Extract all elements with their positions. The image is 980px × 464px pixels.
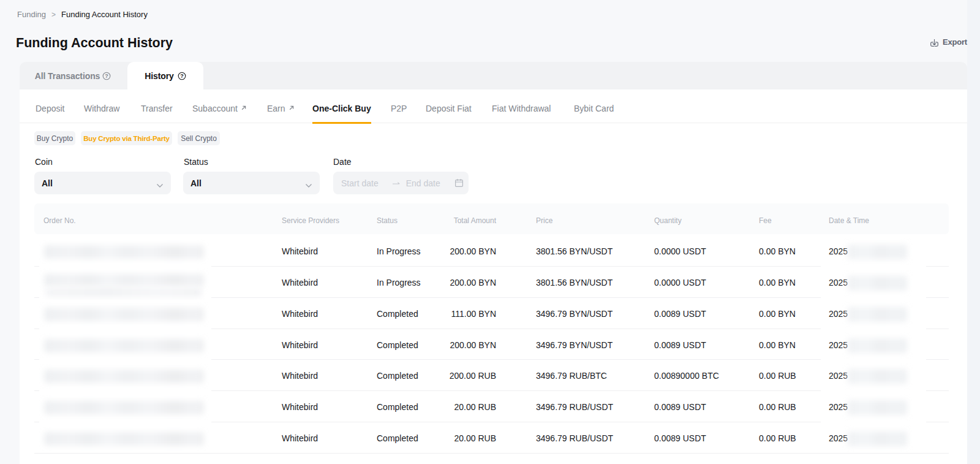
- svg-text:?: ?: [180, 73, 183, 79]
- svg-text:?: ?: [105, 73, 108, 79]
